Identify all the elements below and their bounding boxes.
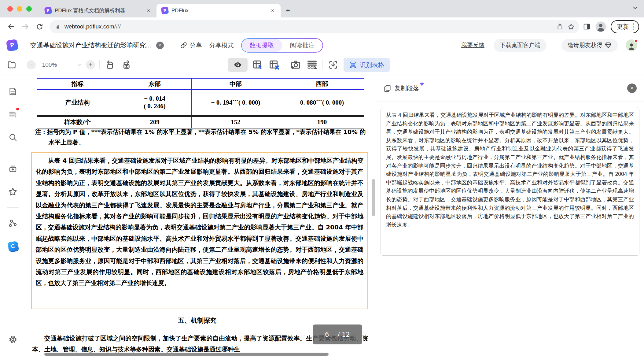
c-logo-letter: C [10,243,15,250]
browser-menu-icon[interactable] [633,23,634,30]
new-tab-button[interactable]: + [283,6,293,15]
table-cell: − 0. 194***( 0. 000) [191,90,280,116]
zoom-out-button[interactable]: − [27,60,36,69]
invite-friends-button[interactable]: 邀请朋友获得 [561,39,618,52]
close-document-icon[interactable]: × [156,42,164,49]
notification-dot [16,108,19,110]
tab-pdflux-app[interactable]: P PDFlux × [156,4,281,17]
horizontal-scrollbar[interactable] [44,353,329,356]
window-controls [0,6,40,12]
invite-friends-label: 邀请朋友获得 [568,41,602,49]
eye-icon [233,60,242,69]
document-title: 交通基础设施对产业结构变迁的影响研究... [30,41,151,50]
tab-search-chevron-icon[interactable] [632,4,638,11]
table-cell: 190 [280,116,364,128]
table-cell: 产业结构 [37,90,118,116]
snapshot-camera-icon[interactable] [289,59,302,71]
user-avatar[interactable] [626,39,637,51]
zoom-preset-chevron-icon[interactable] [77,62,82,67]
window-minimize-button[interactable] [17,6,22,12]
section-heading: 五、机制探究 [26,316,368,325]
share-mode-link[interactable]: 分享模式 [209,41,234,50]
recognize-table-icon [349,61,357,69]
window-zoom-button[interactable] [26,6,32,12]
select-table-icon[interactable] [252,59,264,71]
pdf-table: 指标 东部 中部 西部 产业结构 − 0. 014 ( 0. 246) − 0.… [37,78,364,129]
pdflux-favicon: P [161,7,169,15]
table-cell: 0. 080***( 0. 000) [280,90,364,116]
vertical-scrollbar[interactable] [372,179,375,216]
browser-tab-bar: P PDFlux 富格式文档的解析利器 × P PDFlux × + [0,0,644,17]
recognize-table-label: 识别表格 [360,61,384,69]
update-label: 更新 [617,23,629,31]
back-icon[interactable] [5,20,18,33]
sidebar-favorites-icon[interactable] [4,183,21,200]
sidebar-outline-icon[interactable] [4,106,21,123]
reload-icon[interactable] [33,20,46,33]
notification-dot [634,39,638,43]
preview-eye-button[interactable] [228,58,248,72]
sidebar-share-graph-icon[interactable] [4,215,21,232]
tab-pdflux-site[interactable]: P PDFlux 富格式文档的解析利器 × [40,4,156,17]
pdflux-favicon: P [44,7,52,15]
pdf-toolbar: − 100% + OCR [0,55,644,75]
address-bar[interactable]: webtool.pdflux.com/#/ [50,20,579,33]
table-header-cell: 西部 [280,78,364,90]
panel-header: 复制段落 × [376,75,644,102]
delete-table-icon[interactable] [268,59,281,71]
sidebar-download-icon[interactable] [4,160,21,177]
browser-profile-avatar[interactable] [595,21,606,32]
share-page-icon[interactable] [556,23,564,30]
recognize-table-button[interactable]: 识别表格 [344,58,390,72]
share-mode-label: 分享模式 [209,41,234,50]
rotate-text-icon[interactable] [120,59,133,71]
window-close-button[interactable] [7,6,13,12]
zoom-in-button[interactable]: + [86,60,95,69]
copy-icon [383,84,392,92]
panel-close-icon[interactable]: × [627,83,637,93]
browser-url-bar: webtool.pdflux.com/#/ 更新 [0,17,644,36]
c-app-logo[interactable]: C [4,238,21,255]
page-indicator[interactable]: 6 / 12 [313,324,362,344]
chrome-update-button[interactable]: 更新 [611,20,639,33]
table-row: 产业结构 − 0. 014 ( 0. 246) − 0. 194***( 0. … [37,90,364,116]
pdflux-logo: P [6,39,19,52]
feedback-link[interactable]: 我要反馈 [461,41,484,49]
panel-title: 复制段落 [395,84,419,92]
tab-close-icon[interactable]: × [145,7,152,14]
tab-close-icon[interactable]: × [269,7,276,14]
page-current[interactable]: 6 [325,331,329,338]
extract-download-icon[interactable] [327,59,339,71]
settings-gear-icon[interactable] [4,331,21,348]
table-cell: 样本数/个 [37,116,118,128]
table-cell: 152 [191,116,280,128]
sidebar-search-icon[interactable] [4,129,21,146]
table-cell: 209 [118,116,191,128]
share-link[interactable]: 分享 [180,41,202,50]
bookmark-star-icon[interactable] [567,23,575,31]
tab-title: PDFlux [171,8,266,14]
table-header-row: 指标 东部 中部 西部 [37,78,364,90]
url-text: webtool.pdflux.com/#/ [64,23,121,30]
pdflux-app-header: P 交通基础设施对产业结构变迁的影响研究... × 分享 分享模式 数据提取 阅… [0,36,644,55]
forward-icon[interactable] [19,20,32,33]
copy-paragraph-panel: 复制段落 × 从表 4 回归结果来看，交通基础设施发展对于区域产业结构的影响有明… [376,75,644,356]
download-client-button[interactable]: 下载桌面客户端 [494,39,546,52]
table-header-cell: 东部 [118,78,191,90]
ocr-icon[interactable]: OCR [306,59,318,71]
open-file-folder-icon[interactable] [6,59,18,71]
rotate-page-icon[interactable] [104,59,116,71]
zoom-level: 100% [40,61,59,68]
table-cell: − 0. 014 ( 0. 246) [118,90,191,116]
tab-title: PDFlux 富格式文档的解析利器 [55,7,142,14]
premium-gem-icon [420,82,424,86]
tab-data-extract[interactable]: 数据提取 [242,39,282,52]
table-header-cell: 中部 [191,78,280,90]
tab-read-annotate[interactable]: 阅读批注 [282,39,322,52]
highlighted-paragraph-box[interactable]: 从表 4 回归结果来看，交通基础设施发展对于区域产业结构的影响有明显的差异。对东… [31,152,368,309]
copied-paragraph-text: 从表 4 回归结果来看，交通基础设施发展对于区域产业结构的影响有明显的差异。对东… [386,111,634,229]
sidebar-pages-icon[interactable] [4,83,21,100]
paragraph-text: 从表 4 回归结果来看，交通基础设施发展对于区域产业结构的影响有明显的差异。对东… [36,155,363,289]
side-panel-icon[interactable] [583,23,591,31]
left-sidebar: C [0,75,26,356]
